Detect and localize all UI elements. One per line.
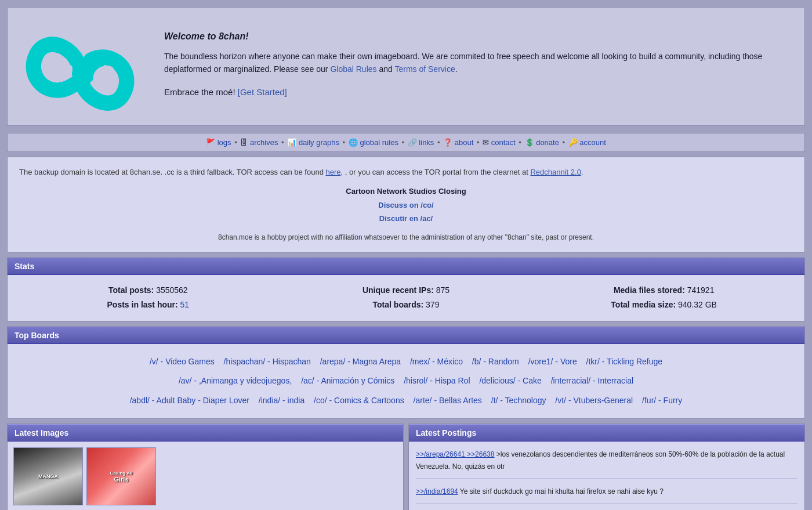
global-rules-link[interactable]: Global Rules <box>330 64 376 74</box>
board-vore1[interactable]: /vore1/ - Vore <box>528 357 577 366</box>
here-link[interactable]: here <box>326 168 341 176</box>
post-entry-1: >>/arepa/26641 >>26638 >los venezolanos … <box>416 448 798 479</box>
boards-row-3: /abdl/ - Adult Baby - Diaper Lover /indi… <box>19 391 793 411</box>
logo <box>19 19 147 114</box>
board-ac[interactable]: /ac/ - Animación y Cómics <box>301 376 394 385</box>
board-vt[interactable]: /vt/ - Vtubers-General <box>555 396 633 405</box>
unique-ips-row: Unique recent IPs: 875 <box>277 283 535 298</box>
nav-globe-icon: 🌐 <box>349 138 358 147</box>
boards-section: Top Boards /v/ - Video Games /hispachan/… <box>7 326 805 419</box>
board-arte[interactable]: /arte/ - Bellas Artes <box>414 396 482 405</box>
latest-postings-content: >>/arepa/26641 >>26638 >los venezolanos … <box>409 442 804 510</box>
post-ref-2[interactable]: >>/india/1694 <box>416 487 458 495</box>
nav-daily-graphs[interactable]: daily graphs <box>299 138 339 147</box>
boards-row-1: /v/ - Video Games /hispachan/ - Hispacha… <box>19 352 793 372</box>
nav-about[interactable]: about <box>455 138 474 147</box>
post-text-2: Ye site sirf duckduck go mai hi khulta h… <box>460 487 664 495</box>
nav-key-icon: 🔑 <box>568 138 578 147</box>
discuss-co-link[interactable]: Discuss on /co/ <box>378 201 433 209</box>
board-india[interactable]: /india/ - india <box>259 396 304 405</box>
stats-grid: Total posts: 3550562 Posts in last hour:… <box>8 275 804 320</box>
board-co[interactable]: /co/ - Comics & Cartoons <box>314 396 404 405</box>
board-tkr[interactable]: /tkr/ - Tickling Refuge <box>586 357 663 366</box>
nav-flag-icon: 🚩 <box>206 138 215 147</box>
board-v[interactable]: /v/ - Video Games <box>150 357 215 366</box>
notice-box: The backup domain is located at 8chan.se… <box>7 157 805 252</box>
stat-media: Media files stored: 741921 Total media s… <box>535 283 793 312</box>
image-thumb-1[interactable]: MANGA <box>13 447 83 505</box>
nav-link-icon: 🔗 <box>408 138 417 147</box>
tos-link[interactable]: Terms of Service <box>394 64 455 74</box>
stats-section: Stats Total posts: 3550562 Posts in last… <box>7 257 805 321</box>
post-entry-2: >>/india/1694 Ye site sirf duckduck go m… <box>416 486 798 504</box>
board-hispachan[interactable]: /hispachan/ - Hispachan <box>224 357 311 366</box>
boards-row-2: /av/ - ,Animanga y videojuegos, /ac/ - A… <box>19 371 793 391</box>
board-arepa[interactable]: /arepa/ - Magna Arepa <box>320 357 401 366</box>
latest-container: Latest Images MANGA Calling All Girls La… <box>7 424 805 510</box>
announcement: Cartoon Network Studios Closing Discuss … <box>19 185 793 225</box>
total-posts-row: Total posts: 3550562 <box>19 283 277 298</box>
board-av[interactable]: /av/ - ,Animanga y videojuegos, <box>179 376 292 385</box>
nav-dollar-icon: 💲 <box>525 138 534 147</box>
board-delicious[interactable]: /delicious/ - Cake <box>479 376 541 385</box>
board-b[interactable]: /b/ - Random <box>472 357 519 366</box>
nav-chart-icon: 📊 <box>287 138 296 147</box>
nav-archives[interactable]: archives <box>250 138 278 147</box>
board-mex[interactable]: /mex/ - México <box>410 357 463 366</box>
redchannit-link[interactable]: Redchannit 2.0 <box>530 168 581 176</box>
latest-images-content: MANGA Calling All Girls <box>8 442 403 510</box>
stats-header: Stats <box>8 258 804 275</box>
latest-images-section: Latest Images MANGA Calling All Girls <box>7 424 404 510</box>
board-hisrol[interactable]: /hisrol/ - Hispa Rol <box>404 376 470 385</box>
posts-hour-row: Posts in last hour: 51 <box>19 298 277 312</box>
discuss-ac-link[interactable]: Discutir en /ac/ <box>379 214 433 223</box>
get-started-link[interactable]: [Get Started] <box>238 87 287 97</box>
boards-grid: /v/ - Video Games /hispachan/ - Hispacha… <box>8 344 804 419</box>
svg-point-0 <box>72 66 94 81</box>
nav-bar: 🚩 logs • 🗄 archives • 📊 daily graphs • 🌐… <box>7 133 805 152</box>
latest-postings-section: Latest Postings >>/arepa/26641 >>26638 >… <box>408 424 805 510</box>
nav-question-icon: ❓ <box>443 138 452 147</box>
board-abdl[interactable]: /abdl/ - Adult Baby - Diaper Lover <box>130 396 249 405</box>
nav-logs[interactable]: logs <box>217 138 231 147</box>
latest-postings-header: Latest Postings <box>409 424 804 442</box>
welcome-description: The boundless horizon where anyone can m… <box>164 50 793 76</box>
welcome-banner: Welcome to 8chan! The boundless horizon … <box>7 7 805 126</box>
embrace-text: Embrace the moé! [Get Started] <box>164 85 793 99</box>
nav-global-rules[interactable]: global rules <box>360 138 398 147</box>
nav-contact[interactable]: contact <box>491 138 516 147</box>
welcome-title: Welcome to 8chan! <box>164 29 793 44</box>
welcome-text: Welcome to 8chan! The boundless horizon … <box>164 29 793 103</box>
nav-donate[interactable]: donate <box>536 138 559 147</box>
board-t[interactable]: /t/ - Technology <box>491 396 546 405</box>
board-fur[interactable]: /fur/ - Furry <box>642 396 682 405</box>
total-media-row: Total media size: 940.32 GB <box>535 298 793 312</box>
nav-archive-icon: 🗄 <box>240 138 248 147</box>
stat-ips: Unique recent IPs: 875 Total boards: 379 <box>277 283 535 312</box>
nav-mail-icon: ✉ <box>483 138 489 147</box>
board-interracial[interactable]: /interracial/ - Interracial <box>551 376 633 385</box>
latest-images-header: Latest Images <box>8 424 403 442</box>
image-thumb-2[interactable]: Calling All Girls <box>86 447 156 505</box>
boards-header: Top Boards <box>8 327 804 344</box>
media-stored-row: Media files stored: 741921 <box>535 283 793 298</box>
nav-links[interactable]: links <box>419 138 434 147</box>
disclaimer: 8chan.moe is a hobby project with no aff… <box>19 232 793 244</box>
posts-hour-link[interactable]: 51 <box>180 300 190 309</box>
nav-account[interactable]: account <box>579 138 606 147</box>
backup-notice: The backup domain is located at 8chan.se… <box>19 165 793 179</box>
post-ref-1[interactable]: >>/arepa/26641 >>26638 <box>416 450 494 458</box>
stat-posts: Total posts: 3550562 Posts in last hour:… <box>19 283 277 312</box>
total-boards-row: Total boards: 379 <box>277 298 535 312</box>
